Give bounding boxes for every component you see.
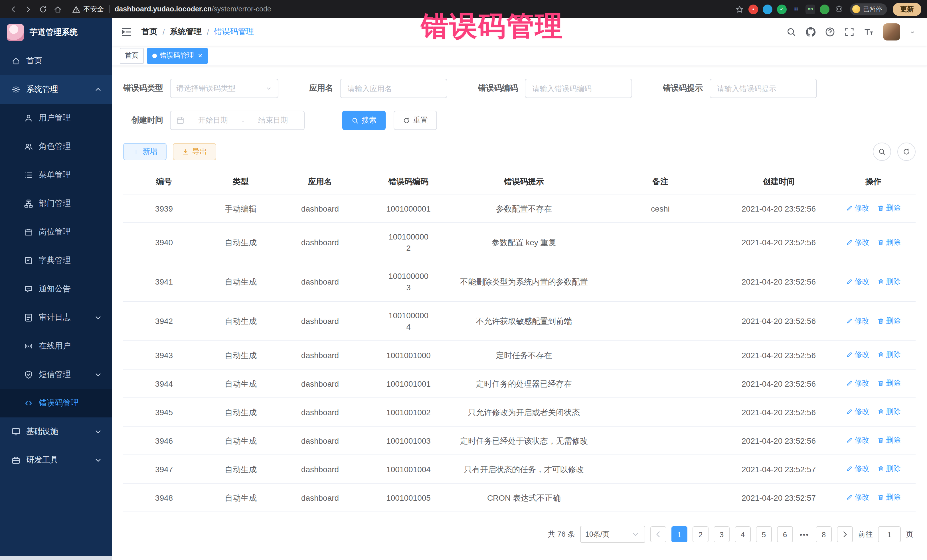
delete-icon bbox=[877, 351, 884, 358]
sidebar-item-audit[interactable]: 审计日志 bbox=[0, 304, 112, 332]
ext-proxy-on-icon[interactable]: on bbox=[805, 4, 815, 14]
edit-link[interactable]: 修改 bbox=[846, 492, 869, 503]
tab-home[interactable]: 首页 bbox=[120, 48, 144, 64]
delete-link[interactable]: 删除 bbox=[877, 406, 901, 417]
page-button-4[interactable]: 4 bbox=[735, 527, 751, 542]
reset-button[interactable]: 重置 bbox=[394, 111, 437, 130]
sidebar-item-post[interactable]: 岗位管理 bbox=[0, 218, 112, 246]
cell-app: dashboard bbox=[277, 301, 363, 341]
address-bar[interactable]: 不安全 dashboard.yudao.iocoder.cn/system/er… bbox=[72, 4, 271, 14]
paused-badge[interactable]: 已暂停 bbox=[850, 3, 887, 15]
pagination-total: 共 76 条 bbox=[548, 529, 575, 539]
cell-remark bbox=[594, 341, 726, 369]
delete-link[interactable]: 删除 bbox=[877, 202, 901, 214]
ext-leaf-icon[interactable] bbox=[820, 4, 830, 14]
edit-link[interactable]: 修改 bbox=[846, 237, 869, 248]
edit-link[interactable]: 修改 bbox=[846, 463, 869, 475]
forward-icon[interactable] bbox=[21, 2, 35, 16]
breadcrumb-item[interactable]: 首页 bbox=[141, 27, 158, 37]
delete-icon bbox=[877, 205, 884, 212]
reload-icon[interactable] bbox=[35, 2, 50, 16]
prev-page-button[interactable] bbox=[650, 527, 666, 542]
add-button[interactable]: 新增 bbox=[123, 143, 167, 160]
delete-link[interactable]: 删除 bbox=[877, 315, 901, 326]
sidebar-item-home[interactable]: 首页 bbox=[0, 47, 112, 75]
font-size-icon[interactable] bbox=[864, 27, 874, 37]
ext-drop-icon[interactable] bbox=[763, 4, 772, 14]
sidebar-item-dept[interactable]: 部门管理 bbox=[0, 189, 112, 218]
app-name-input[interactable] bbox=[340, 79, 447, 98]
delete-link[interactable]: 删除 bbox=[877, 463, 901, 475]
user-avatar[interactable] bbox=[883, 23, 900, 41]
collapse-sidebar-icon[interactable] bbox=[121, 26, 132, 38]
close-icon[interactable]: × bbox=[198, 52, 202, 59]
calendar-icon bbox=[176, 116, 184, 124]
browser-home-icon[interactable] bbox=[50, 2, 65, 16]
back-icon[interactable] bbox=[6, 2, 21, 16]
sidebar-item-online[interactable]: 在线用户 bbox=[0, 332, 112, 360]
error-code-input[interactable] bbox=[525, 79, 632, 98]
search-button[interactable]: 搜索 bbox=[342, 111, 386, 130]
error-type-select[interactable]: 请选择错误码类型 bbox=[170, 79, 278, 98]
delete-link[interactable]: 删除 bbox=[877, 276, 901, 287]
cell-time: 2021-04-20 23:52:56 bbox=[726, 262, 831, 301]
edit-link[interactable]: 修改 bbox=[846, 276, 869, 287]
help-icon[interactable] bbox=[825, 27, 835, 37]
sidebar-item-infra[interactable]: 基础设施 bbox=[0, 417, 112, 446]
page-button-6[interactable]: 6 bbox=[777, 527, 793, 542]
page-button-1[interactable]: 1 bbox=[672, 527, 687, 542]
sidebar-item-role[interactable]: 角色管理 bbox=[0, 132, 112, 161]
page-button-3[interactable]: 3 bbox=[714, 527, 729, 542]
edit-link[interactable]: 修改 bbox=[846, 315, 869, 326]
sidebar-item-label: 基础设施 bbox=[26, 426, 58, 437]
search-icon[interactable] bbox=[786, 27, 796, 37]
sidebar-item-menu[interactable]: 菜单管理 bbox=[0, 161, 112, 189]
edit-link[interactable]: 修改 bbox=[846, 434, 869, 446]
toggle-search-button[interactable] bbox=[873, 143, 891, 161]
delete-link[interactable]: 删除 bbox=[877, 237, 901, 248]
tab-error-code[interactable]: 错误码管理× bbox=[147, 48, 207, 64]
error-code-label: 错误码编码 bbox=[478, 83, 518, 94]
sidebar-item-devtools[interactable]: 研发工具 bbox=[0, 446, 112, 475]
sidebar-item-sms[interactable]: 短信管理 bbox=[0, 360, 112, 389]
edit-icon bbox=[846, 437, 853, 444]
edit-link[interactable]: 修改 bbox=[846, 349, 869, 360]
sidebar-item-notice[interactable]: 通知公告 bbox=[0, 275, 112, 304]
sidebar-item-errcode[interactable]: 错误码管理 bbox=[0, 389, 112, 417]
edit-link[interactable]: 修改 bbox=[846, 406, 869, 417]
ext-grid-icon[interactable]: ∷ bbox=[791, 4, 801, 14]
edit-link[interactable]: 修改 bbox=[846, 378, 869, 389]
refresh-table-button[interactable] bbox=[897, 143, 916, 161]
page-button-8[interactable]: 8 bbox=[816, 527, 832, 542]
create-time-range-picker[interactable]: 开始日期 - 结束日期 bbox=[170, 111, 305, 130]
sidebar-item-user[interactable]: 用户管理 bbox=[0, 104, 112, 132]
ext-record-icon[interactable]: • bbox=[748, 4, 758, 14]
goto-page-input[interactable] bbox=[878, 527, 901, 542]
code-icon bbox=[24, 399, 33, 408]
delete-label: 删除 bbox=[886, 276, 901, 287]
error-message-input[interactable] bbox=[710, 79, 817, 98]
page-button-5[interactable]: 5 bbox=[756, 527, 772, 542]
page-ellipsis[interactable]: ••• bbox=[798, 530, 811, 539]
delete-link[interactable]: 删除 bbox=[877, 378, 901, 389]
page-button-2[interactable]: 2 bbox=[693, 527, 708, 542]
ext-puzzle-icon[interactable] bbox=[834, 4, 844, 14]
table-row: 3945自动生成dashboard1001001002只允许修改为开启或者关闭状… bbox=[123, 398, 916, 426]
delete-icon bbox=[877, 437, 884, 444]
edit-link[interactable]: 修改 bbox=[846, 202, 869, 214]
breadcrumb-item[interactable]: 系统管理 bbox=[170, 27, 202, 37]
delete-link[interactable]: 删除 bbox=[877, 434, 901, 446]
fullscreen-icon[interactable] bbox=[844, 27, 854, 37]
page-size-select[interactable]: 10条/页 bbox=[580, 526, 645, 543]
export-button[interactable]: 导出 bbox=[173, 143, 216, 160]
sidebar-item-system[interactable]: 系统管理 bbox=[0, 75, 112, 104]
update-button[interactable]: 更新 bbox=[893, 3, 921, 16]
edit-icon bbox=[846, 351, 853, 358]
ext-vpn-icon[interactable]: ✓ bbox=[777, 4, 787, 14]
next-page-button[interactable] bbox=[837, 527, 853, 542]
bookmark-star-icon[interactable] bbox=[732, 2, 746, 16]
sidebar-item-dict[interactable]: 字典管理 bbox=[0, 246, 112, 275]
delete-link[interactable]: 删除 bbox=[877, 349, 901, 360]
delete-link[interactable]: 删除 bbox=[877, 492, 901, 503]
github-icon[interactable] bbox=[805, 27, 816, 37]
